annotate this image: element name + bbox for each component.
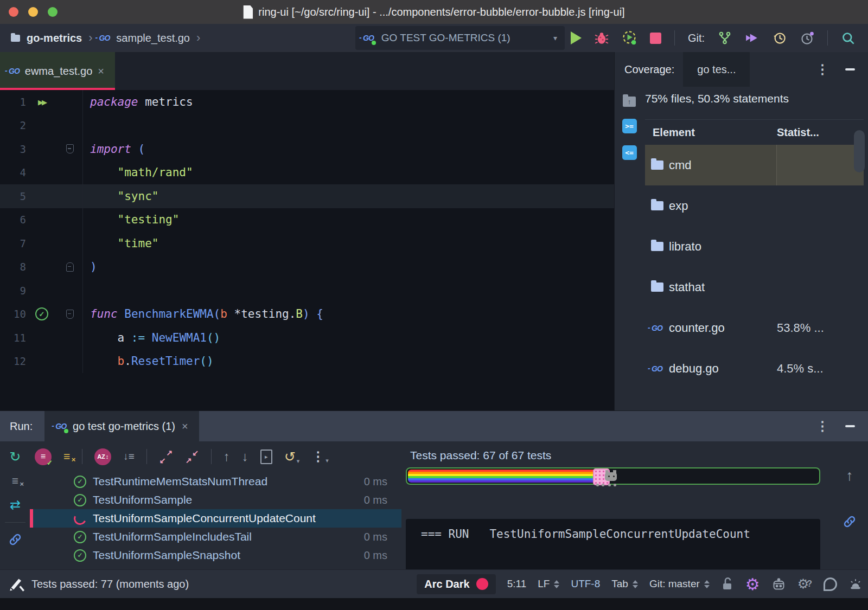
- run-with-coverage-button[interactable]: [622, 30, 637, 46]
- run-tab[interactable]: GO go test go-metrics (1) ×: [44, 411, 199, 441]
- import-coverage-icon[interactable]: <=: [622, 145, 637, 160]
- hide-panel-button[interactable]: [845, 68, 855, 70]
- run-all-tests-gutter-icon[interactable]: ▶▶: [38, 98, 46, 106]
- code-line[interactable]: 6 "testing": [0, 208, 614, 232]
- fold-marker-icon[interactable]: [66, 262, 74, 272]
- code-line[interactable]: 11 a := NewEWMA1(): [0, 326, 614, 350]
- column-element[interactable]: Element: [653, 126, 777, 139]
- close-tab-icon[interactable]: ×: [98, 65, 104, 78]
- editor-tab-ewma-test[interactable]: GO ewma_test.go ×: [0, 52, 115, 90]
- code-line[interactable]: 4 "math/rand": [0, 161, 614, 185]
- clear-all-icon[interactable]: ≡×: [12, 474, 18, 487]
- more-options-icon[interactable]: ⋮▾: [311, 449, 329, 464]
- code-editor[interactable]: 1▶▶package metrics23import (4 "math/rand…: [0, 90, 614, 410]
- coverage-row[interactable]: librato: [645, 226, 864, 267]
- rerun-icon[interactable]: ↻: [10, 449, 21, 465]
- flatten-packages-icon[interactable]: ↑: [623, 97, 636, 107]
- lock-icon[interactable]: [721, 577, 734, 591]
- test-row[interactable]: ✓TestUniformSampleSnapshot0 ms: [31, 546, 401, 564]
- toolbar-separator: [211, 449, 212, 464]
- coverage-row[interactable]: cmd: [645, 145, 864, 185]
- test-row[interactable]: ✓TestRuntimeMemStatsNumThread0 ms: [31, 472, 401, 491]
- local-history-icon[interactable]: [772, 31, 787, 46]
- expand-all-icon[interactable]: ↗↙: [159, 450, 173, 464]
- encoding-widget[interactable]: UTF-8: [571, 578, 600, 590]
- status-message[interactable]: Tests passed: 77 (moments ago): [31, 578, 189, 590]
- notifications-siren-icon[interactable]: [848, 577, 863, 591]
- close-tab-icon[interactable]: ×: [182, 420, 188, 433]
- minimize-window-button[interactable]: [28, 7, 38, 17]
- stop-button[interactable]: [650, 33, 661, 44]
- column-statistics[interactable]: Statist...: [777, 126, 864, 139]
- go-test-icon: GO: [363, 34, 374, 42]
- show-ignored-toggle[interactable]: ≡×: [63, 450, 70, 463]
- code-line[interactable]: 1▶▶package metrics: [0, 90, 614, 114]
- coverage-row[interactable]: exp: [645, 185, 864, 226]
- hide-panel-button[interactable]: [845, 425, 855, 427]
- code-line[interactable]: 5 "sync": [0, 184, 614, 208]
- collapse-all-icon[interactable]: ↙↗: [185, 450, 199, 464]
- layout-toggle-icon[interactable]: [9, 577, 25, 592]
- coverage-row[interactable]: stathat: [645, 267, 864, 307]
- code-line[interactable]: 9: [0, 279, 614, 303]
- more-options-icon[interactable]: ⋮: [816, 62, 829, 77]
- caret-position-widget[interactable]: 5:11: [507, 578, 527, 590]
- test-name: TestUniformSample: [93, 493, 192, 506]
- import-test-results-icon[interactable]: ▸: [260, 450, 272, 464]
- fold-marker-icon[interactable]: [66, 144, 74, 153]
- test-progress-bar: [406, 467, 820, 485]
- git-push-icon[interactable]: [745, 31, 759, 45]
- code-line[interactable]: 3import (: [0, 137, 614, 161]
- breadcrumb-project[interactable]: go-metrics: [27, 32, 82, 44]
- sort-alphabetically-toggle[interactable]: AZ↕: [94, 448, 111, 465]
- test-passed-gutter-icon[interactable]: ✓: [35, 307, 48, 320]
- next-occurrence-icon[interactable]: ↓: [242, 449, 248, 464]
- previous-occurrence-icon[interactable]: ↑: [224, 449, 230, 464]
- run-button[interactable]: [571, 31, 582, 44]
- restore-icon[interactable]: [800, 31, 814, 46]
- maximize-window-button[interactable]: [48, 7, 58, 17]
- code-line[interactable]: 2: [0, 114, 614, 138]
- test-row[interactable]: ✓TestUniformSample0 ms: [31, 491, 401, 509]
- generate-report-icon[interactable]: >=: [622, 119, 637, 133]
- line-number: 5: [0, 190, 26, 202]
- line-ending-widget[interactable]: LF: [538, 578, 559, 590]
- test-history-icon[interactable]: ↺▾: [284, 449, 299, 465]
- theme-widget[interactable]: Arc Dark: [417, 574, 495, 594]
- debug-button[interactable]: [595, 31, 609, 45]
- code-line[interactable]: 12 b.ResetTimer(): [0, 350, 614, 374]
- coverage-row[interactable]: GOcounter.go53.8% ...: [645, 307, 864, 348]
- pin-link-icon[interactable]: [843, 515, 857, 529]
- scroll-track-icon[interactable]: ⇄: [10, 497, 21, 512]
- test-row[interactable]: ✓TestUniformSampleIncludesTail0 ms: [31, 528, 401, 546]
- sort-by-duration-icon[interactable]: ↓≡: [123, 451, 135, 463]
- gear-question-icon[interactable]: ⚙?: [797, 576, 812, 592]
- coverage-scrollbar[interactable]: [854, 130, 865, 172]
- test-row[interactable]: TestUniformSampleConcurrentUpdateCount: [31, 509, 401, 528]
- run-configuration-selector[interactable]: GO GO TEST GO-METRICS (1) ▾: [355, 26, 565, 50]
- search-everywhere-icon[interactable]: [841, 31, 856, 46]
- breadcrumb-file[interactable]: sample_test.go: [116, 32, 190, 44]
- more-options-icon[interactable]: ⋮: [816, 419, 829, 434]
- code-line[interactable]: 7 "time": [0, 232, 614, 255]
- coverage-tab[interactable]: go tes...: [683, 52, 750, 87]
- chat-bubble-icon[interactable]: [824, 577, 837, 591]
- settings-gear-icon[interactable]: ⚙: [745, 575, 760, 594]
- fold-column: [58, 208, 83, 232]
- code-line[interactable]: 10✓func BenchmarkEWMA(b *testing.B) {: [0, 303, 614, 326]
- robot-icon[interactable]: [771, 577, 786, 592]
- git-branch-widget[interactable]: Git: master: [649, 578, 710, 590]
- coverage-row[interactable]: GOdebug.go4.5% s...: [645, 348, 864, 389]
- indent-widget[interactable]: Tab: [611, 578, 638, 590]
- fold-marker-icon[interactable]: [66, 310, 74, 319]
- up-down-chevrons-icon: [704, 580, 710, 588]
- show-passed-toggle[interactable]: ≡✓: [35, 448, 52, 465]
- coverage-statistics: 4.5% s...: [777, 348, 864, 389]
- scroll-to-top-icon[interactable]: ↑: [846, 467, 853, 484]
- close-window-button[interactable]: [9, 7, 18, 17]
- pin-link-icon[interactable]: [8, 532, 22, 547]
- run-tab-label: go test go-metrics (1): [73, 420, 175, 433]
- code-line[interactable]: 8): [0, 255, 614, 279]
- git-branch-icon[interactable]: [718, 31, 732, 45]
- coverage-element-name: debug.go: [669, 362, 777, 376]
